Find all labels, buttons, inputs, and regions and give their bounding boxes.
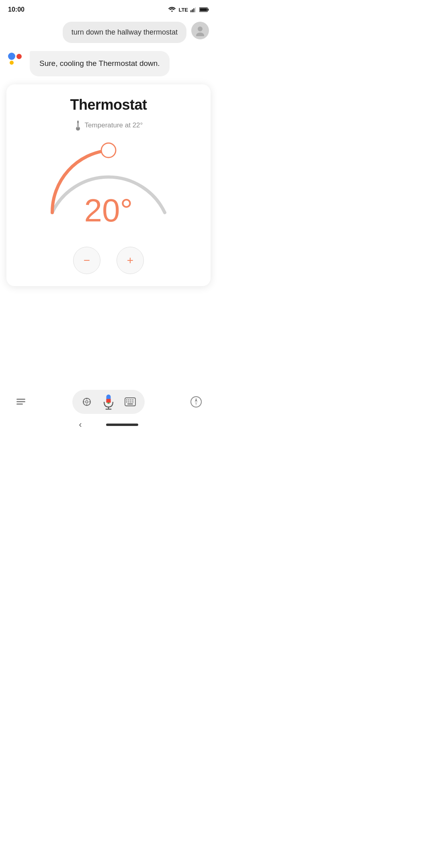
wifi-icon xyxy=(168,6,176,13)
thermostat-title: Thermostat xyxy=(70,96,147,113)
lte-label: LTE xyxy=(178,7,188,13)
battery-icon xyxy=(199,7,209,12)
svg-point-8 xyxy=(196,33,204,36)
svg-point-7 xyxy=(198,27,203,31)
svg-rect-1 xyxy=(192,9,193,12)
chat-area: turn down the hallway thermostat Sure, c… xyxy=(0,18,217,80)
lens-icon xyxy=(82,397,92,407)
status-time: 10:00 xyxy=(8,6,25,13)
status-bar: 10:00 LTE xyxy=(0,0,217,18)
svg-rect-0 xyxy=(190,10,191,12)
svg-rect-11 xyxy=(78,123,78,128)
signal-icon xyxy=(190,6,197,13)
svg-rect-33 xyxy=(126,401,127,403)
mic-button[interactable] xyxy=(100,394,117,410)
svg-rect-35 xyxy=(130,401,131,403)
thermometer-icon xyxy=(74,120,82,131)
svg-marker-40 xyxy=(195,402,197,406)
svg-rect-3 xyxy=(195,7,196,12)
compass-icon xyxy=(190,396,202,408)
dot-blue xyxy=(8,53,15,60)
svg-rect-37 xyxy=(127,403,133,405)
status-icons: LTE xyxy=(168,6,209,13)
svg-rect-24 xyxy=(106,401,111,403)
assistant-icon-btn[interactable] xyxy=(11,392,31,411)
svg-rect-34 xyxy=(128,401,129,403)
svg-rect-27 xyxy=(107,403,109,404)
svg-point-12 xyxy=(101,143,116,158)
mic-icon xyxy=(102,394,115,410)
decrease-button[interactable]: − xyxy=(73,247,100,274)
controls-row: − + xyxy=(73,247,144,274)
svg-marker-39 xyxy=(195,398,197,402)
svg-rect-6 xyxy=(200,8,207,11)
svg-rect-32 xyxy=(132,399,133,401)
svg-rect-15 xyxy=(16,403,23,405)
svg-point-17 xyxy=(86,401,88,403)
temp-label-row: Temperature at 22° xyxy=(74,120,143,131)
temp-display: 20° xyxy=(40,194,177,227)
dot-red xyxy=(16,54,22,59)
input-pill xyxy=(72,390,145,414)
assistant-message-row: Sure, cooling the Thermostat down. xyxy=(8,51,209,76)
user-message-text: turn down the hallway thermostat xyxy=(72,28,178,36)
svg-rect-36 xyxy=(132,401,133,403)
arc-dial: 20° xyxy=(40,138,177,219)
svg-rect-13 xyxy=(16,399,25,400)
dot-yellow xyxy=(10,61,14,65)
user-bubble: turn down the hallway thermostat xyxy=(63,22,186,43)
compass-button[interactable] xyxy=(186,392,206,411)
back-button[interactable]: ‹ xyxy=(79,420,82,430)
svg-rect-31 xyxy=(130,399,131,401)
avatar xyxy=(191,22,209,39)
assistant-icon xyxy=(15,396,27,407)
svg-rect-30 xyxy=(128,399,129,401)
user-message-row: turn down the hallway thermostat xyxy=(8,22,209,43)
assistant-message-text: Sure, cooling the Thermostat down. xyxy=(39,59,160,68)
google-assistant-dots xyxy=(8,51,30,65)
increase-button[interactable]: + xyxy=(117,247,144,274)
keyboard-icon xyxy=(125,397,136,406)
thermostat-card: Thermostat Temperature at 22° 20° − + xyxy=(6,84,211,286)
home-pill[interactable] xyxy=(106,424,138,426)
svg-rect-2 xyxy=(193,8,194,12)
temp-label-text: Temperature at 22° xyxy=(85,121,143,129)
svg-rect-29 xyxy=(126,399,127,401)
bottom-nav xyxy=(0,390,217,414)
home-bar-row: ‹ xyxy=(0,420,217,430)
assistant-bubble: Sure, cooling the Thermostat down. xyxy=(30,51,170,76)
user-avatar-icon xyxy=(194,25,206,36)
svg-rect-5 xyxy=(208,8,209,10)
keyboard-button[interactable] xyxy=(124,395,137,408)
lens-button[interactable] xyxy=(80,395,93,408)
svg-rect-14 xyxy=(16,401,25,402)
